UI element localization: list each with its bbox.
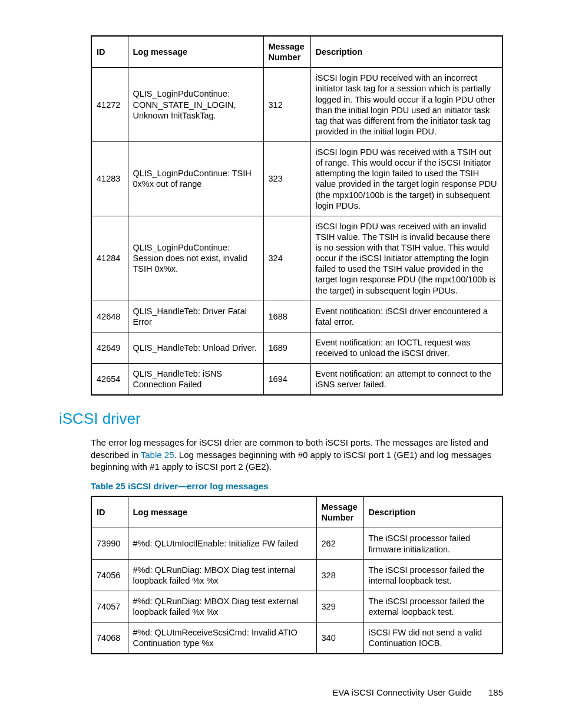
- cell-msg: #%d: QLUtmReceiveScsiCmd: Invalid ATIO C…: [128, 622, 316, 654]
- cell-num: 1688: [263, 301, 310, 332]
- cell-desc: Event notification: an attempt to connec…: [310, 364, 503, 396]
- table-row: 74056 #%d: QLRunDiag: MBOX Diag test int…: [91, 559, 503, 591]
- cell-id: 41283: [91, 142, 128, 216]
- table-header-row: ID Log message Message Number Descriptio…: [91, 496, 503, 528]
- table-row: 73990 #%d: QLUtmIoctlEnable: Initialize …: [91, 528, 503, 559]
- footer-title: EVA iSCSI Connectivity User Guide: [332, 687, 471, 697]
- cell-msg: QLIS_LoginPduContinue: CONN_STATE_IN_LOG…: [128, 68, 263, 142]
- cell-id: 42648: [91, 301, 128, 332]
- cell-id: 74056: [91, 559, 128, 591]
- page-footer: EVA iSCSI Connectivity User Guide 185: [332, 687, 503, 697]
- cell-desc: Event notification: an IOCTL request was…: [310, 332, 503, 363]
- table-row: 42654 QLIS_HandleTeb: iSNS Connection Fa…: [91, 364, 503, 396]
- cell-msg: #%d: QLUtmIoctlEnable: Initialize FW fai…: [128, 528, 316, 559]
- cell-msg: #%d: QLRunDiag: MBOX Diag test internal …: [128, 559, 316, 591]
- cell-id: 74068: [91, 622, 128, 654]
- cell-desc: Event notification: iSCSI driver encount…: [310, 301, 503, 332]
- cell-num: 262: [316, 528, 363, 559]
- cell-num: 340: [316, 622, 363, 654]
- cell-msg: QLIS_LoginPduContinue: Session does not …: [128, 216, 263, 301]
- cell-num: 1694: [263, 364, 310, 396]
- cell-num: 1689: [263, 332, 310, 363]
- cell-num: 328: [316, 559, 363, 591]
- table-row: 41284 QLIS_LoginPduContinue: Session doe…: [91, 216, 503, 301]
- cell-num: 323: [263, 142, 310, 216]
- col-logmsg: Log message: [128, 36, 263, 68]
- table-row: 74068 #%d: QLUtmReceiveScsiCmd: Invalid …: [91, 622, 503, 654]
- cell-desc: The iSCSI processor failed the external …: [363, 591, 503, 622]
- iscsi-driver-error-log-table: ID Log message Message Number Descriptio…: [91, 496, 503, 654]
- error-log-table-continued: ID Log message Message Number Descriptio…: [91, 35, 503, 396]
- table-row: 41283 QLIS_LoginPduContinue: TSIH 0x%x o…: [91, 142, 503, 216]
- cell-desc: The iSCSI processor failed firmware init…: [363, 528, 503, 559]
- cell-desc: iSCSI login PDU was received with a TSIH…: [310, 142, 503, 216]
- col-logmsg: Log message: [128, 496, 316, 528]
- cell-id: 42654: [91, 364, 128, 396]
- cell-id: 41272: [91, 68, 128, 142]
- col-msgnum: Message Number: [263, 36, 310, 68]
- col-id: ID: [91, 36, 128, 68]
- cell-desc: The iSCSI processor failed the internal …: [363, 559, 503, 591]
- col-id: ID: [91, 496, 128, 528]
- section-heading-iscsi-driver: iSCSI driver: [59, 410, 503, 428]
- col-msgnum: Message Number: [316, 496, 363, 528]
- cell-num: 324: [263, 216, 310, 301]
- table-row: 74057 #%d: QLRunDiag: MBOX Diag test ext…: [91, 591, 503, 622]
- cell-desc: iSCSI login PDU was received with an inv…: [310, 216, 503, 301]
- table-row: 41272 QLIS_LoginPduContinue: CONN_STATE_…: [91, 68, 503, 142]
- section-paragraph: The error log messages for iSCSI drier a…: [91, 437, 503, 473]
- cell-msg: QLIS_HandleTeb: Unload Driver.: [128, 332, 263, 363]
- cell-msg: QLIS_LoginPduContinue: TSIH 0x%x out of …: [128, 142, 263, 216]
- table-row: 42648 QLIS_HandleTeb: Driver Fatal Error…: [91, 301, 503, 332]
- table-row: 42649 QLIS_HandleTeb: Unload Driver. 168…: [91, 332, 503, 363]
- cell-id: 73990: [91, 528, 128, 559]
- table-25-link[interactable]: Table 25: [141, 450, 174, 460]
- cell-msg: #%d: QLRunDiag: MBOX Diag test external …: [128, 591, 316, 622]
- cell-id: 41284: [91, 216, 128, 301]
- cell-msg: QLIS_HandleTeb: Driver Fatal Error: [128, 301, 263, 332]
- cell-desc: iSCSI FW did not send a valid Continuati…: [363, 622, 503, 654]
- table-header-row: ID Log message Message Number Descriptio…: [91, 36, 503, 68]
- cell-id: 74057: [91, 591, 128, 622]
- cell-id: 42649: [91, 332, 128, 363]
- cell-num: 329: [316, 591, 363, 622]
- cell-desc: iSCSI login PDU received with an incorre…: [310, 68, 503, 142]
- col-desc: Description: [363, 496, 503, 528]
- table-25-caption: Table 25 iSCSI driver—error log messages: [91, 481, 503, 491]
- cell-msg: QLIS_HandleTeb: iSNS Connection Failed: [128, 364, 263, 396]
- cell-num: 312: [263, 68, 310, 142]
- col-desc: Description: [310, 36, 503, 68]
- footer-page-number: 185: [488, 687, 503, 697]
